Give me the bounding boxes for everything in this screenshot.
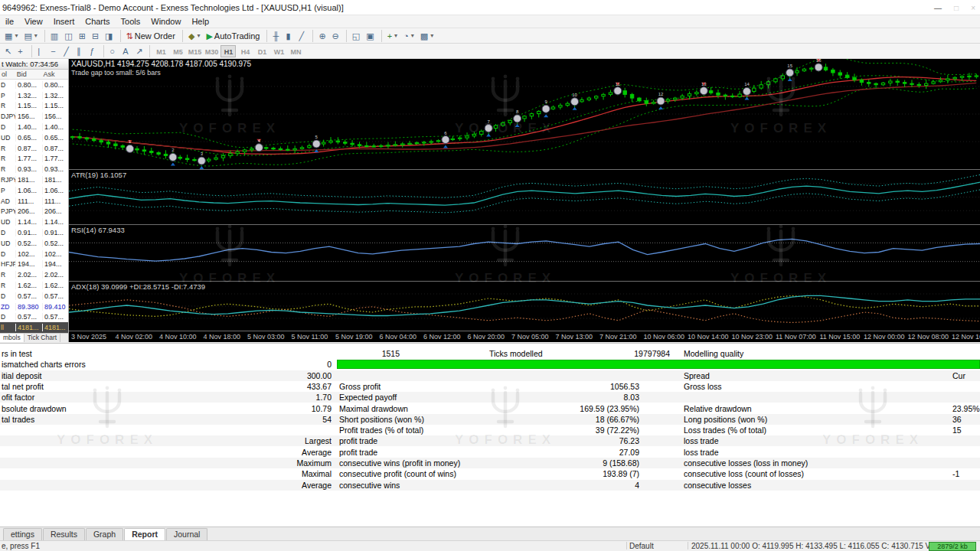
timeframe-d1-button[interactable]: D1 xyxy=(254,45,270,57)
pane-splitter[interactable] xyxy=(69,169,980,170)
new-order-button[interactable]: ⇅New Order xyxy=(123,29,178,43)
candlestick-chart-button[interactable]: ▮ xyxy=(283,29,296,43)
timeframe-mn-button[interactable]: MN xyxy=(288,45,303,57)
timeframe-h1-button[interactable]: H1 xyxy=(220,45,236,57)
tab-results[interactable]: Results xyxy=(43,528,85,540)
price-chart-svg[interactable]: 12345678910111213141516 xyxy=(69,59,980,169)
title-bar: 9649962: Exness-Trial8 - Demo Account - … xyxy=(0,0,980,15)
close-icon[interactable]: × xyxy=(971,4,975,12)
text-label-button[interactable]: A xyxy=(119,44,132,58)
terminal-button[interactable]: ⊟ xyxy=(89,29,102,43)
market-watch-tab-mbols[interactable]: mbols xyxy=(0,334,24,342)
atr-pane[interactable]: ATR(19) 16.1057 xyxy=(69,170,980,224)
market-watch-tab-tick-chart[interactable]: Tick Chart xyxy=(24,334,60,342)
market-watch-row[interactable]: D0.80...0.80... xyxy=(0,80,69,90)
fibonacci-button[interactable]: ƒ xyxy=(87,44,100,58)
adx-pane[interactable]: ADX(18) 39.0999 +DI:28.5715 -DI:7.4739 xyxy=(69,282,980,331)
market-watch-row[interactable]: D1.40...1.40... xyxy=(0,122,69,132)
tab-ettings[interactable]: ettings xyxy=(3,528,42,540)
menu-view[interactable]: View xyxy=(19,15,48,28)
bar-chart-button[interactable]: ╫ xyxy=(270,29,283,43)
rsi-chart-svg[interactable] xyxy=(69,225,980,281)
equidistant-channel-button[interactable]: ∥ xyxy=(74,44,87,58)
market-watch-row[interactable]: R1.15...1.15... xyxy=(0,101,69,112)
atr-chart-svg[interactable] xyxy=(69,170,980,224)
chart-ea-note: Trade gap too small: 5/6 bars xyxy=(71,69,161,77)
shapes-button[interactable]: ○ xyxy=(106,44,119,58)
tab-journal[interactable]: Journal xyxy=(166,528,207,540)
adx-chart-svg[interactable] xyxy=(69,282,980,331)
report-label-1: tal trades xyxy=(2,414,193,425)
trendline-button[interactable]: ╱ xyxy=(60,44,74,58)
strategy-tester-button[interactable]: ◨ xyxy=(102,29,116,43)
menu-file[interactable]: ile xyxy=(0,15,19,28)
rsi-pane[interactable]: RSI(14) 67.9433 xyxy=(69,225,980,281)
pane-splitter[interactable] xyxy=(69,224,980,225)
market-watch-row[interactable]: RJPY181...181... xyxy=(0,174,69,185)
market-watch-row[interactable]: D0.57...0.57... xyxy=(0,312,69,323)
tab-report[interactable]: Report xyxy=(124,528,165,540)
tab-graph[interactable]: Graph xyxy=(86,528,123,540)
menu-insert[interactable]: Insert xyxy=(48,15,80,28)
market-watch-row[interactable]: R1.77...1.77... xyxy=(0,154,69,165)
market-watch-button[interactable]: ▥ xyxy=(47,29,61,43)
market-watch-row[interactable]: P1.32...1.32... xyxy=(0,90,69,101)
timeframe-m15-button[interactable]: M15 xyxy=(187,45,202,57)
tile-windows-button[interactable]: ◱ xyxy=(349,29,363,43)
indicators-button[interactable]: +▾ xyxy=(384,29,400,43)
timeframe-w1-button[interactable]: W1 xyxy=(271,45,286,57)
data-window-button[interactable]: ◫ xyxy=(61,29,75,43)
chart-area[interactable]: 12345678910111213141516 XAUUSD,H1 4194.2… xyxy=(69,59,980,342)
market-watch-row[interactable]: PJPY206...206... xyxy=(0,207,69,217)
menu-charts[interactable]: Charts xyxy=(80,15,115,28)
status-profile[interactable]: Default xyxy=(629,542,654,550)
profiles-button[interactable]: ▤▾ xyxy=(21,29,40,43)
zoom-in-button[interactable]: ⊕ xyxy=(315,29,328,43)
toolbar-separator xyxy=(178,30,183,42)
menu-window[interactable]: Window xyxy=(145,15,186,28)
navigator-button[interactable]: ⊞ xyxy=(76,29,89,43)
symbol-cell: D xyxy=(0,123,15,131)
zoom-out-button[interactable]: ⊖ xyxy=(329,29,342,43)
chevron-down-icon: ▾ xyxy=(34,32,38,39)
maximize-icon[interactable]: □ xyxy=(954,4,959,12)
market-watch-row[interactable]: R1.62...1.62... xyxy=(0,280,69,291)
symbol-cell: R xyxy=(0,102,15,109)
periods-button[interactable]: ◔▾ xyxy=(400,29,417,43)
expert-advisors-button[interactable]: ◆▾ xyxy=(185,29,203,43)
market-watch-row[interactable]: HFJPY194...194... xyxy=(0,259,69,270)
market-watch-row[interactable]: D102...102... xyxy=(0,249,69,259)
timeframe-m1-button[interactable]: M1 xyxy=(153,45,168,57)
market-watch-row[interactable]: ll4181...4181... xyxy=(0,322,69,333)
arrow-objects-button[interactable]: ↗ xyxy=(132,44,145,58)
market-watch-row[interactable]: AD111...111... xyxy=(0,196,69,207)
menu-tools[interactable]: Tools xyxy=(116,15,146,28)
templates-button[interactable]: ▩▾ xyxy=(417,29,436,43)
crosshair-button[interactable]: + xyxy=(15,44,28,58)
market-watch-row[interactable]: R0.93...0.93... xyxy=(0,164,69,174)
line-chart-button[interactable]: ╱ xyxy=(296,29,309,43)
market-watch-row[interactable]: R0.87...0.87... xyxy=(0,143,69,154)
market-watch-row[interactable]: ZD89.38089.410 xyxy=(0,302,69,312)
new-chart-button[interactable]: ▦▾ xyxy=(2,29,21,43)
market-watch-row[interactable]: UD0.52...0.52... xyxy=(0,238,69,249)
market-watch-row[interactable]: P1.06...1.06... xyxy=(0,185,69,196)
minimize-icon[interactable]: — xyxy=(934,4,942,12)
market-watch-row[interactable]: D0.91...0.91... xyxy=(0,227,69,238)
menu-help[interactable]: Help xyxy=(186,15,214,28)
market-watch-row[interactable]: D0.57...0.57... xyxy=(0,291,69,302)
pane-splitter[interactable] xyxy=(69,281,980,282)
auto-arrange-button[interactable]: ▣ xyxy=(363,29,377,43)
main-chart-pane[interactable]: 12345678910111213141516 XAUUSD,H1 4194.2… xyxy=(69,59,980,169)
horizontal-line-button[interactable]: − xyxy=(47,44,60,58)
market-watch-row[interactable]: R2.02...2.02... xyxy=(0,269,69,280)
autotrading-button[interactable]: ▶AutoTrading xyxy=(203,29,263,43)
vertical-line-button[interactable]: | xyxy=(34,44,47,58)
cursor-button[interactable]: ↖ xyxy=(2,44,15,58)
market-watch-row[interactable]: DJPY156...156... xyxy=(0,111,69,122)
timeframe-m30-button[interactable]: M30 xyxy=(204,45,219,57)
timeframe-h4-button[interactable]: H4 xyxy=(237,45,253,57)
market-watch-row[interactable]: UD1.14...1.14... xyxy=(0,217,69,227)
market-watch-row[interactable]: UD0.65...0.65... xyxy=(0,132,69,143)
timeframe-m5-button[interactable]: M5 xyxy=(170,45,185,57)
